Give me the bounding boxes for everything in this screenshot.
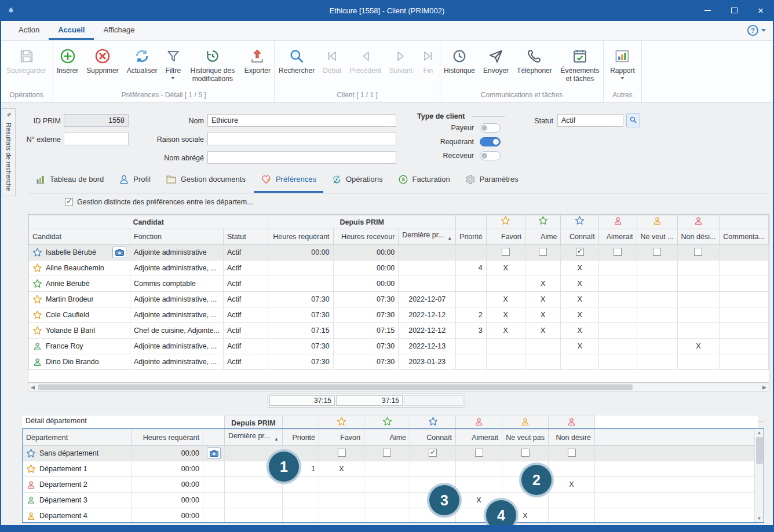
- column-header-blank[interactable]: [203, 430, 225, 446]
- maximize-button[interactable]: [721, 0, 747, 21]
- scrollbar-thumb[interactable]: [756, 437, 763, 464]
- column-header-heures-requerant[interactable]: Heures requérant: [132, 430, 203, 446]
- tab-facturation[interactable]: $Facturation: [391, 167, 457, 193]
- id-prim-field[interactable]: [64, 114, 129, 127]
- column-header-departement[interactable]: Département: [23, 430, 132, 446]
- ribbon-button-supprimer[interactable]: Supprimer: [83, 46, 122, 76]
- preference-checkbox[interactable]: [653, 248, 661, 256]
- nom-field[interactable]: [207, 114, 396, 127]
- column-header-non-desi[interactable]: Non dési...: [677, 229, 720, 245]
- column-header-commenta[interactable]: Commenta...: [720, 229, 769, 245]
- ribbon-button-actualiser[interactable]: Actualiser: [123, 46, 161, 76]
- column-header-aimerait[interactable]: Aimerait: [598, 229, 637, 245]
- menu-item-accueil[interactable]: Accueil: [49, 21, 94, 40]
- column-header-heures-receveur[interactable]: Heures receveur: [333, 229, 399, 245]
- preference-checkbox[interactable]: [338, 449, 346, 457]
- ribbon-button-rechercher[interactable]: Rechercher: [275, 46, 318, 76]
- tab-parametres[interactable]: Paramètres: [458, 167, 525, 193]
- minimize-button[interactable]: [694, 0, 721, 21]
- candidate-row[interactable]: Annie BérubéCommis comptableActif00:00XX: [29, 276, 769, 292]
- nom-abrege-field[interactable]: [207, 151, 396, 164]
- candidate-row[interactable]: Isabelle BérubéAdjointe administrativeAc…: [29, 245, 769, 261]
- candidate-row[interactable]: Yolande B BarilChef de cuisine, Adjointe…: [29, 323, 769, 339]
- scrollbar-thumb[interactable]: [38, 384, 633, 390]
- column-header-fonction[interactable]: Fonction: [130, 229, 224, 245]
- preference-checkbox[interactable]: [521, 449, 530, 457]
- toggle-requerant[interactable]: [480, 137, 501, 146]
- department-row[interactable]: Sans département00:00: [23, 446, 758, 461]
- column-header-priorite[interactable]: Priorité: [283, 430, 319, 446]
- candidate-row[interactable]: Aline BeaucheminAdjointe administrative,…: [29, 261, 769, 276]
- menu-item-affichage[interactable]: Affichage: [94, 21, 144, 40]
- statut-search-button[interactable]: [626, 113, 640, 127]
- ribbon-button-telephoner[interactable]: Téléphoner: [513, 46, 556, 76]
- department-row[interactable]: Département 100:001X: [23, 461, 758, 477]
- ribbon-button-rapport[interactable]: Rapport: [607, 46, 638, 80]
- vertical-scrollbar[interactable]: ▲ ▼: [754, 429, 764, 522]
- close-button[interactable]: ✕: [747, 0, 774, 21]
- preference-checkbox[interactable]: [383, 449, 391, 457]
- column-header-derniere-pr[interactable]: Dernière pr...▲: [225, 430, 283, 446]
- ribbon-button-inserer[interactable]: Insérer: [53, 46, 82, 76]
- column-header-aime[interactable]: Aime: [364, 430, 410, 446]
- column-header-connait[interactable]: Connaît: [410, 430, 456, 446]
- toggle-payeur[interactable]: [480, 123, 501, 133]
- tab-preferences[interactable]: Préférences: [254, 167, 323, 193]
- no-externe-field[interactable]: [64, 133, 129, 145]
- candidate-row[interactable]: Dino Dio BrandoAdjointe administrative, …: [29, 354, 769, 370]
- tab-gestion-documents[interactable]: Gestion documents: [159, 167, 253, 193]
- search-results-panel-tab[interactable]: Résultats de recherche: [2, 108, 16, 196]
- ribbon-button-evenements-et-taches[interactable]: Évènements et tâches: [557, 46, 603, 85]
- photo-button[interactable]: [207, 447, 221, 459]
- preference-checkbox[interactable]: [694, 248, 702, 256]
- ribbon-button-historique[interactable]: Historique: [440, 46, 479, 76]
- ribbon-button-filtre[interactable]: Filtre: [162, 46, 184, 80]
- column-header-candidat[interactable]: Candidat: [29, 229, 130, 245]
- horizontal-scrollbar[interactable]: ◀ ▶: [28, 383, 769, 392]
- preference-checkbox[interactable]: [576, 248, 584, 256]
- ribbon-button-exporter[interactable]: Exporter: [241, 46, 274, 76]
- preference-checkbox[interactable]: [502, 248, 510, 256]
- scroll-up-icon[interactable]: ▲: [755, 430, 764, 435]
- column-header-heures-requerant[interactable]: Heures requérant: [268, 229, 333, 245]
- column-header-favori[interactable]: Favori: [319, 430, 364, 446]
- raison-sociale-field[interactable]: [207, 133, 396, 145]
- column-header-statut[interactable]: Statut: [224, 229, 268, 245]
- department-row[interactable]: Département 400:00X: [23, 508, 758, 524]
- statut-field[interactable]: [557, 114, 623, 127]
- scroll-left-icon[interactable]: ◀: [31, 384, 35, 391]
- column-header-derniere-pr[interactable]: Dernière pr...▲: [399, 229, 456, 245]
- department-row[interactable]: Département 300:00X: [23, 493, 758, 508]
- column-header-non-desire[interactable]: Non désiré: [549, 430, 595, 446]
- candidate-row[interactable]: Cole CaufieldAdjointe administrative, ..…: [29, 307, 769, 323]
- department-row[interactable]: Département 200:00X: [23, 477, 758, 493]
- column-header-aimerait[interactable]: Aimerait: [456, 430, 502, 446]
- ribbon-button-historique-des-modifications[interactable]: Historique des modifications: [185, 46, 240, 85]
- column-header-ne-veut[interactable]: Ne veut ...: [637, 229, 677, 245]
- preference-checkbox[interactable]: [614, 248, 622, 256]
- preference-checkbox[interactable]: [539, 248, 547, 256]
- column-header-priorite[interactable]: Priorité: [456, 229, 487, 245]
- column-header-aime[interactable]: Aime: [525, 229, 561, 245]
- preference-checkbox[interactable]: [568, 449, 576, 457]
- column-header-blank[interactable]: [595, 430, 758, 446]
- menu-item-action[interactable]: Action: [9, 21, 49, 40]
- distinct-preferences-checkbox[interactable]: [65, 198, 73, 206]
- candidate-row[interactable]: France RoyAdjointe administrative, ...Ac…: [29, 339, 769, 354]
- ribbon-button-envoyer[interactable]: Envoyer: [480, 46, 512, 76]
- column-header-favori[interactable]: Favori: [486, 229, 525, 245]
- toggle-receveur[interactable]: [480, 151, 501, 160]
- tab-profil[interactable]: Profil: [112, 167, 158, 193]
- candidate-row[interactable]: Martin BrodeurAdjointe administrative, .…: [29, 292, 769, 307]
- preference-checkbox[interactable]: [475, 449, 483, 457]
- column-header-connait[interactable]: Connaît: [561, 229, 598, 245]
- help-button[interactable]: ?: [747, 25, 766, 36]
- tab-tableau-de-bord[interactable]: Tableau de bord: [28, 167, 111, 193]
- photo-button[interactable]: [112, 247, 126, 258]
- column-header-ne-veut-pas[interactable]: Ne veut pas: [502, 430, 549, 446]
- preference-checkbox[interactable]: [429, 449, 437, 457]
- scroll-right-icon[interactable]: ▶: [762, 384, 766, 391]
- scroll-down-icon[interactable]: ▼: [755, 516, 764, 521]
- ribbon-group-communications-et-taches: HistoriqueEnvoyerTéléphonerÉvènements et…: [440, 41, 604, 102]
- tab-operations[interactable]: Opérations: [324, 167, 390, 193]
